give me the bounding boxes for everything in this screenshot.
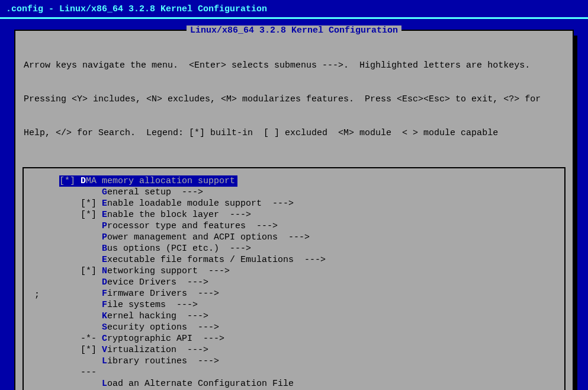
menu-item[interactable]: Executable file formats / Emulations ---… bbox=[24, 254, 564, 266]
menu-indent bbox=[59, 210, 81, 220]
menu-indent bbox=[59, 221, 81, 231]
menu-hotkey: P bbox=[102, 232, 107, 242]
menu-state bbox=[81, 300, 102, 310]
menu-indent bbox=[59, 379, 81, 389]
menu-item[interactable]: Load an Alternate Configuration File bbox=[24, 378, 564, 389]
menu-item[interactable]: [*] Enable loadable module support ---> bbox=[24, 198, 564, 209]
menu-label: MA memory allocation support bbox=[86, 176, 235, 186]
menu-indent bbox=[59, 322, 81, 333]
menu-label: ower management and ACPI options ---> bbox=[107, 232, 310, 242]
menu-state: [*] bbox=[59, 176, 81, 186]
main-dialog: Linux/x86_64 3.2.8 Kernel Configuration … bbox=[14, 30, 574, 390]
menu-state bbox=[81, 221, 102, 231]
stray-char: ; bbox=[34, 289, 40, 301]
menu-hotkey: B bbox=[102, 244, 107, 254]
menu-item[interactable]: Device Drivers ---> bbox=[24, 277, 564, 288]
menu-state bbox=[81, 289, 102, 299]
menu-label: us options (PCI etc.) ---> bbox=[107, 244, 251, 254]
menu-hotkey: N bbox=[102, 266, 107, 276]
menu-state: [*] bbox=[81, 345, 102, 355]
menu-hotkey: L bbox=[102, 356, 107, 366]
menu-indent bbox=[59, 266, 81, 276]
menu-hotkey: F bbox=[102, 300, 107, 310]
menu-label: nable loadable module support ---> bbox=[107, 199, 294, 209]
help-line: Pressing <Y> includes, <N> excludes, <M>… bbox=[24, 94, 564, 105]
menu-item[interactable]: [*] Networking support ---> bbox=[24, 266, 564, 277]
menu-label: nable the block layer ---> bbox=[107, 210, 251, 220]
menu-hotkey: K bbox=[102, 311, 107, 321]
menu-indent bbox=[59, 356, 81, 366]
help-text: Arrow keys navigate the menu. <Enter> se… bbox=[21, 37, 567, 165]
menu-state bbox=[81, 244, 102, 254]
menu-hotkey: D bbox=[81, 176, 86, 186]
menu-hotkey: V bbox=[102, 345, 107, 355]
menu-item[interactable]: Processor type and features ---> bbox=[24, 220, 564, 232]
menu-item[interactable]: -*- Cryptographic API ---> bbox=[24, 333, 564, 344]
title-underline bbox=[0, 17, 588, 19]
menu-item[interactable]: [*] Enable the block layer ---> bbox=[24, 209, 564, 220]
menu-item[interactable]: Security options ---> bbox=[24, 322, 564, 333]
menu-item[interactable]: Kernel hacking ---> bbox=[24, 311, 564, 322]
menu-state bbox=[81, 255, 102, 265]
menu-item[interactable]: Firmware Drivers ---> bbox=[24, 288, 564, 299]
menu-indent bbox=[59, 289, 81, 299]
menu-item[interactable]: General setup ---> bbox=[24, 187, 564, 198]
menu-state bbox=[81, 277, 102, 287]
menu-label: xecutable file formats / Emulations ---> bbox=[107, 255, 326, 265]
menu-indent bbox=[59, 244, 81, 254]
menu-indent bbox=[59, 277, 81, 287]
menu-label: irtualization ---> bbox=[107, 345, 208, 355]
menu-item[interactable]: Bus options (PCI etc.) ---> bbox=[24, 243, 564, 254]
menu-item[interactable]: Power management and ACPI options ---> bbox=[24, 232, 564, 243]
menu-label: ecurity options ---> bbox=[107, 322, 219, 333]
menu-indent bbox=[59, 334, 81, 344]
menu-hotkey: E bbox=[102, 199, 107, 209]
menu-label: ibrary routines ---> bbox=[107, 356, 219, 366]
menu-state: --- bbox=[81, 367, 102, 378]
menu-indent bbox=[59, 255, 81, 265]
help-line: Arrow keys navigate the menu. <Enter> se… bbox=[24, 60, 564, 71]
menu-label: ile systems ---> bbox=[107, 300, 198, 310]
menu-label: eneral setup ---> bbox=[107, 187, 203, 197]
menu-indent bbox=[59, 232, 81, 242]
menu-state bbox=[81, 187, 102, 197]
menu-state bbox=[81, 379, 102, 389]
menu-hotkey: F bbox=[102, 289, 107, 299]
menu-state bbox=[81, 322, 102, 333]
menu-label: etworking support ---> bbox=[107, 266, 230, 276]
menu-hotkey: L bbox=[102, 379, 107, 389]
menu-state: [*] bbox=[81, 266, 102, 276]
menu-indent bbox=[59, 311, 81, 321]
menu-hotkey: E bbox=[102, 210, 107, 220]
menu-label: ernel hacking ---> bbox=[107, 311, 208, 321]
menu-state bbox=[81, 311, 102, 321]
menu-indent bbox=[59, 300, 81, 310]
help-line: Help, </> for Search. Legend: [*] built-… bbox=[24, 127, 564, 139]
menu-item[interactable]: [*] DMA memory allocation support bbox=[59, 175, 237, 187]
menu-indent bbox=[59, 367, 81, 378]
menu-hotkey: S bbox=[102, 322, 107, 333]
menu-label: rocessor type and features ---> bbox=[107, 221, 278, 231]
menu-state: [*] bbox=[81, 199, 102, 209]
menu-list: [*] DMA memory allocation support Genera… bbox=[23, 167, 565, 390]
menu-indent bbox=[59, 199, 81, 209]
menu-state: [*] bbox=[81, 210, 102, 220]
menu-item[interactable]: File systems ---> bbox=[24, 299, 564, 311]
menu-label: oad an Alternate Configuration File bbox=[107, 379, 294, 389]
menu-hotkey: E bbox=[102, 255, 107, 265]
menu-label: irmware Drivers ---> bbox=[107, 289, 219, 299]
menu-state: -*- bbox=[81, 334, 102, 344]
menu-item[interactable]: [*] Virtualization ---> bbox=[24, 344, 564, 356]
menu-hotkey: D bbox=[102, 277, 107, 287]
menu-state bbox=[81, 232, 102, 242]
menu-hotkey: C bbox=[102, 334, 107, 344]
menu-item[interactable]: --- bbox=[24, 367, 564, 378]
window-title: .config - Linux/x86_64 3.2.8 Kernel Conf… bbox=[0, 0, 588, 17]
dialog-shadow-right bbox=[573, 36, 577, 390]
menu-state bbox=[81, 356, 102, 366]
panel-title: Linux/x86_64 3.2.8 Kernel Configuration bbox=[187, 25, 401, 36]
menu-hotkey: P bbox=[102, 221, 107, 231]
menu-label: ryptographic API ---> bbox=[107, 334, 224, 344]
menu-indent bbox=[59, 187, 81, 197]
menu-item[interactable]: Library routines ---> bbox=[24, 356, 564, 367]
